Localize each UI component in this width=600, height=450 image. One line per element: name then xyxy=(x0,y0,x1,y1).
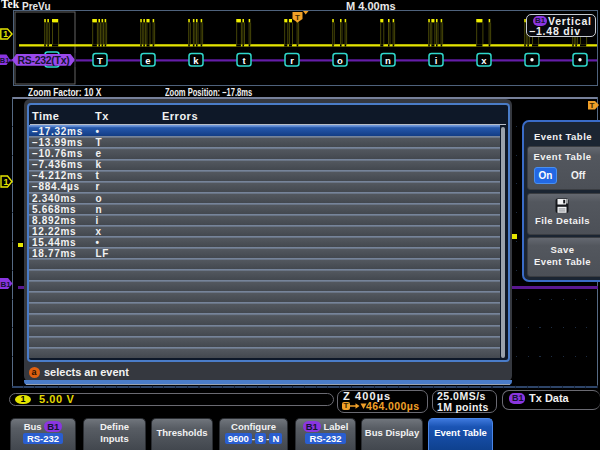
svg-text:o: o xyxy=(337,55,343,66)
svg-text:k: k xyxy=(193,55,199,66)
svg-text:r: r xyxy=(290,55,294,66)
svg-text:B1: B1 xyxy=(0,56,9,65)
svg-text:i: i xyxy=(435,55,438,66)
svg-text:T: T xyxy=(295,13,300,22)
svg-text:RS-232(Tx): RS-232(Tx) xyxy=(18,54,70,66)
svg-text:B1: B1 xyxy=(0,280,11,289)
svg-text:1: 1 xyxy=(3,29,8,39)
svg-text:n: n xyxy=(385,55,391,66)
svg-text:x: x xyxy=(481,55,487,66)
svg-text:1: 1 xyxy=(3,177,8,187)
svg-text:T: T xyxy=(590,101,595,110)
svg-text:e: e xyxy=(145,55,150,66)
svg-text:T: T xyxy=(97,55,103,66)
